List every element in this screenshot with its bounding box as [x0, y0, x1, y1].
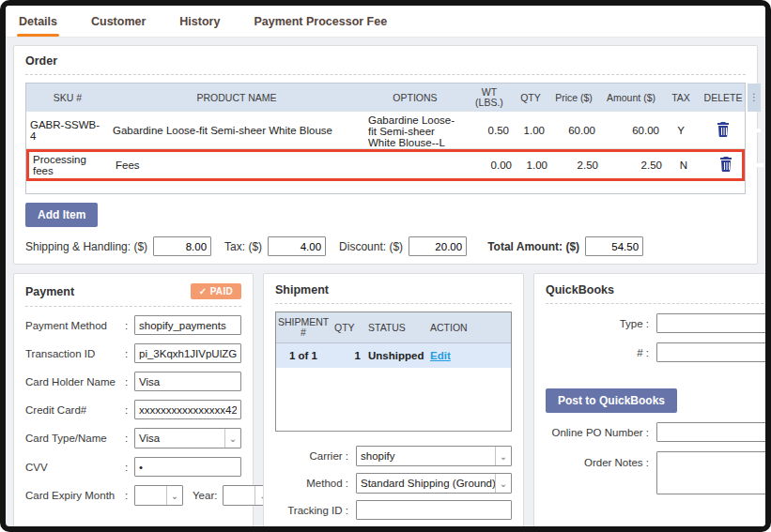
divider — [275, 303, 512, 304]
order-details-window: Details Customer History Payment Process… — [6, 6, 765, 526]
table-empty-area — [26, 181, 745, 193]
card-holder-input[interactable] — [134, 372, 241, 391]
cell-qty: 1.00 — [516, 158, 551, 173]
add-item-bar: Add Item — [25, 203, 746, 227]
tab-history[interactable]: History — [179, 6, 220, 37]
carrier-value: shopify — [357, 450, 495, 462]
colon: : — [125, 404, 134, 416]
expiry-year-label: Year: — [193, 490, 217, 501]
expiry-month-select[interactable]: ⌄ — [134, 485, 183, 506]
colon: : — [125, 320, 134, 331]
credit-card-label: Credit Card# — [25, 404, 125, 416]
col-header-product-name: PRODUCT NAME — [109, 84, 364, 112]
payment-title: Payment — [25, 285, 74, 298]
order-notes-label: Order Notes : — [546, 451, 656, 468]
cell-tax: N — [666, 158, 702, 173]
cvv-label: CVV — [25, 462, 125, 473]
edit-shipment-link[interactable]: Edit — [430, 350, 451, 361]
divider — [25, 306, 241, 307]
method-value: Standard Shipping (Ground) — [357, 478, 495, 489]
transaction-id-input[interactable] — [134, 343, 241, 363]
payment-method-input[interactable] — [134, 315, 241, 335]
cell-options: Gabardine Loose-fit Semi-sheer White Blo… — [364, 113, 466, 148]
check-icon: ✓ — [199, 286, 208, 296]
quickbooks-panel: QuickBooks Type : # : Post to QuickBooks — [533, 273, 765, 526]
shipment-table-header: SHIPMENT # QTY STATUS ACTION — [276, 312, 511, 343]
col-header-amount: Amount ($) — [599, 84, 663, 112]
col-header-delete: DELETE — [699, 84, 748, 112]
cell-tax: Y — [663, 123, 699, 138]
transaction-id-label: Transaction ID — [25, 348, 125, 359]
cell-sku: Processing fees — [29, 152, 112, 178]
table-options-handle[interactable]: ⋮ — [748, 84, 761, 112]
online-po-field: Online PO Number : — [546, 422, 765, 442]
cell-delete — [702, 155, 750, 175]
colon: : — [125, 348, 134, 359]
table-row[interactable]: GABR-SSWB-4 Gabardine Loose-fit Semi-she… — [26, 112, 745, 149]
trash-icon — [719, 157, 732, 172]
col-header-shipment-status: STATUS — [364, 312, 426, 342]
cell-product-name: Gabardine Loose-fit Semi-sheer White Blo… — [109, 123, 364, 138]
col-header-price: Price ($) — [548, 84, 599, 112]
order-notes-field: Order Notes : ∧ ∨ — [546, 451, 765, 498]
chevron-down-icon: ⌄ — [495, 474, 511, 493]
shipment-panel: Shipment SHIPMENT # QTY STATUS ACTION 1 … — [263, 273, 524, 526]
content-area: Order SKU # PRODUCT NAME OPTIONS WT (LBS… — [6, 38, 765, 526]
post-to-quickbooks-button[interactable]: Post to QuickBooks — [546, 388, 677, 413]
col-header-tax: TAX — [663, 84, 699, 112]
delete-item-button[interactable] — [702, 122, 744, 137]
table-row-highlighted[interactable]: Processing fees Fees 0.00 1.00 2.50 2.50… — [26, 149, 745, 181]
shipping-handling-label: Shipping & Handling: ($) — [25, 240, 147, 253]
card-type-field: Card Type/Name : Visa ⌄ — [25, 428, 241, 448]
cell-shipment-qty: 1 — [331, 350, 364, 361]
col-header-options: OPTIONS — [364, 84, 466, 112]
paid-badge-label: PAID — [210, 286, 233, 296]
credit-card-field: Credit Card# : — [25, 400, 241, 419]
tracking-id-field: Tracking ID : — [275, 500, 512, 520]
divider — [25, 74, 746, 75]
tracking-id-input[interactable] — [356, 500, 512, 520]
credit-card-input[interactable] — [134, 400, 241, 419]
order-totals-row: Shipping & Handling: ($) Tax: ($) Discou… — [25, 236, 746, 256]
card-expiry-field: Card Expiry Month : ⌄ Year: ⌄ — [25, 485, 241, 506]
col-header-weight: WT (LBS.) — [466, 84, 513, 112]
method-select[interactable]: Standard Shipping (Ground) ⌄ — [356, 473, 512, 494]
method-field: Method : Standard Shipping (Ground) ⌄ — [275, 473, 512, 494]
colon: : — [125, 433, 134, 444]
mid-panels-row: Payment ✓ PAID Payment Method : Transact… — [13, 273, 758, 526]
qb-type-input[interactable] — [656, 313, 765, 333]
carrier-select[interactable]: shopify ⌄ — [356, 446, 512, 466]
vertical-dots-icon: ⋮ — [749, 96, 759, 99]
card-type-label: Card Type/Name — [25, 433, 125, 444]
colon: : — [125, 376, 134, 388]
tab-payment-processor-fee[interactable]: Payment Processor Fee — [254, 6, 387, 37]
card-type-value: Visa — [135, 433, 224, 444]
card-holder-label: Card Holder Name — [25, 376, 125, 388]
cell-amount: 60.00 — [599, 123, 663, 138]
cell-shipment-num: 1 of 1 — [276, 350, 331, 361]
shipping-handling-input[interactable] — [153, 236, 211, 256]
tracking-id-label: Tracking ID : — [275, 505, 356, 516]
carrier-field: Carrier : shopify ⌄ — [275, 446, 512, 466]
discount-label: Discount: ($) — [339, 240, 403, 253]
order-panel: Order SKU # PRODUCT NAME OPTIONS WT (LBS… — [13, 45, 758, 265]
online-po-input[interactable] — [656, 422, 765, 442]
discount-input[interactable] — [409, 236, 467, 256]
tax-input[interactable] — [268, 236, 326, 256]
tax-label: Tax: ($) — [224, 240, 262, 253]
order-notes-textarea[interactable] — [656, 451, 765, 494]
shipment-fields: Carrier : shopify ⌄ Method : Standard Sh… — [275, 439, 512, 520]
card-type-select[interactable]: Visa ⌄ — [134, 428, 241, 448]
cell-qty: 1.00 — [513, 123, 548, 138]
tab-details[interactable]: Details — [19, 6, 57, 37]
cvv-input[interactable] — [134, 457, 241, 477]
cell-weight: 0.00 — [469, 158, 516, 173]
window-frame: Details Customer History Payment Process… — [0, 0, 771, 532]
total-amount-input[interactable] — [585, 236, 643, 256]
qb-number-input[interactable] — [656, 342, 765, 362]
tab-customer[interactable]: Customer — [91, 6, 146, 37]
delete-item-button[interactable] — [705, 157, 747, 172]
add-item-button[interactable]: Add Item — [25, 203, 98, 227]
shipment-table: SHIPMENT # QTY STATUS ACTION 1 of 1 1 Un… — [275, 312, 512, 432]
col-header-sku: SKU # — [26, 84, 109, 112]
